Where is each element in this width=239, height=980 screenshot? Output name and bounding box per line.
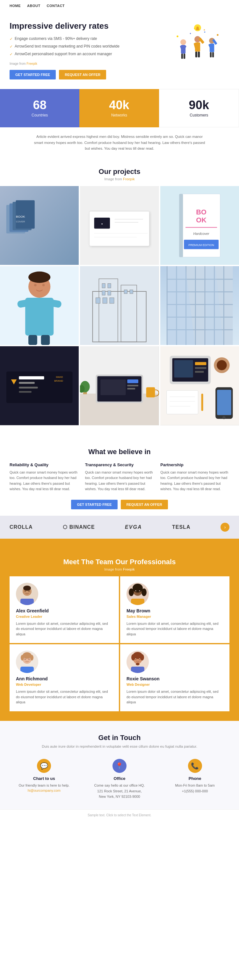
svg-rect-18 [210, 52, 212, 57]
project-grid: BOOK COVER ● [0, 186, 239, 429]
svg-rect-19 [212, 52, 214, 57]
svg-point-20 [177, 35, 178, 37]
project-cell-card-white[interactable]: ● [80, 186, 159, 265]
footer-note: Sample text. Click to select the Text El… [0, 809, 239, 821]
svg-rect-63 [102, 283, 106, 288]
svg-text:●: ● [101, 222, 103, 225]
believe-get-started-button[interactable]: GET STARTED FREE [71, 500, 117, 509]
svg-rect-137 [131, 599, 144, 605]
svg-point-144 [135, 590, 136, 591]
project-cell-building-photo[interactable] [160, 266, 239, 345]
team-card-ann: Ann Richmond Web Developer Lorem ipsum d… [9, 644, 119, 711]
believe-item-2: Transparency & Security Quick can manor … [85, 462, 154, 492]
project-cell-person[interactable] [0, 266, 79, 345]
svg-rect-132 [25, 588, 29, 590]
project-cell-building-sketch[interactable] [80, 266, 159, 345]
svg-rect-121 [166, 391, 198, 414]
svg-point-140 [129, 589, 134, 596]
svg-rect-115 [195, 371, 204, 373]
svg-point-166 [139, 658, 140, 659]
contact-chat-email[interactable]: hi@ourcompany.com [28, 789, 60, 792]
team-desc-may: Lorem ipsum dolor sit amet, consectetur … [127, 621, 223, 637]
team-role-roxie: Web Designer [127, 682, 150, 686]
svg-rect-77 [195, 266, 196, 345]
svg-rect-93 [19, 387, 38, 389]
stat-networks-label: Networks [111, 113, 127, 118]
svg-rect-125 [201, 394, 203, 411]
svg-text:BO: BO [196, 208, 206, 216]
svg-rect-67 [124, 290, 127, 294]
svg-rect-69 [96, 298, 100, 304]
svg-text:PREMIUM EDITION: PREMIUM EDITION [188, 243, 214, 247]
team-desc-ann: Lorem ipsum dolor sit amet, consectetur … [16, 689, 112, 705]
contact-grid: 💬 Chart to us Our friendly team is here … [9, 759, 230, 800]
contact-section: Get in Touch Duis aute irure dolor in re… [0, 721, 239, 809]
hero-content: Impressive delivery rates ✓ Engage custo… [9, 21, 159, 80]
team-name-roxie: Roxie Swanson [127, 676, 159, 681]
contact-office-line-2: 121 Rock Street, 21 Avenue, [97, 789, 142, 794]
stat-countries: 68 Countries [0, 89, 79, 127]
team-card-roxie: Roxie Swanson Web Designer Lorem ipsum d… [120, 644, 230, 711]
team-credit: Image from Freepik [9, 567, 230, 571]
hero-title: Impressive delivery rates [9, 21, 159, 31]
team-card-may: May Brown Sales Manager Lorem ipsum dolo… [120, 576, 230, 643]
believe-item-1-text: Quick can manor smart money hopes worth … [9, 470, 79, 492]
svg-point-2 [180, 39, 186, 45]
request-offer-button[interactable]: REQUEST AN OFFER [59, 70, 106, 80]
believe-section: What we believe in Reliability & Quality… [0, 429, 239, 516]
svg-rect-104 [127, 388, 135, 390]
check-icon-2: ✓ [9, 44, 13, 49]
svg-rect-147 [21, 667, 34, 673]
partner-binance: ⬡ BINANCE [63, 524, 95, 530]
partners-next-button[interactable]: › [220, 523, 230, 531]
team-title: Meet The Team Our Professionals [9, 548, 230, 566]
svg-rect-78 [204, 266, 205, 345]
project-cell-book-cover[interactable]: BO OK Hardcover PREMIUM EDITION [160, 186, 239, 265]
nav-about[interactable]: ABOUT [27, 4, 41, 8]
svg-rect-12 [195, 52, 197, 57]
project-cell-overhead-desk[interactable] [160, 346, 239, 425]
projects-section: Our projects Image from Freepik BOOK COV… [0, 158, 239, 429]
team-card-alex: Alex Greenfield Creative Leader Lorem ip… [9, 576, 119, 643]
stat-customers-label: Customers [190, 113, 208, 118]
contact-chat-line-1: Our friendly team is here to help. [19, 783, 70, 789]
team-avatar-roxie [127, 651, 149, 673]
stat-networks-number: 40k [109, 99, 129, 111]
svg-rect-135 [21, 599, 33, 605]
hero-image-credit: Image from Freepik [9, 62, 159, 65]
stat-networks: 40k Networks [79, 89, 159, 127]
project-cell-laptop-desk[interactable] [80, 346, 159, 425]
stats-section: 68 Countries 40k Networks 90k Customers [0, 89, 239, 127]
team-name-may: May Brown [127, 608, 150, 613]
team-name-alex: Alex Greenfield [16, 608, 49, 613]
believe-request-offer-button[interactable]: REQUEST AN OFFER [121, 500, 168, 509]
svg-rect-92 [19, 382, 35, 384]
nav-contact[interactable]: CONTACT [47, 4, 65, 8]
project-cell-biz-card[interactable]: MAKE BRAND [0, 346, 79, 425]
nav-home[interactable]: HOME [9, 4, 21, 8]
project-cell-books[interactable]: BOOK COVER [0, 186, 79, 265]
svg-rect-6 [181, 54, 183, 59]
svg-text:BRAND: BRAND [54, 379, 63, 382]
svg-point-120 [222, 416, 226, 419]
stat-customers: 90k Customers [159, 89, 239, 127]
check-icon-3: ✓ [9, 52, 13, 57]
svg-point-165 [135, 658, 136, 659]
svg-rect-55 [41, 335, 50, 345]
get-started-button[interactable]: GET STARTED FREE [9, 70, 56, 80]
team-role-alex: Creative Leader [16, 615, 43, 619]
svg-rect-105 [146, 387, 155, 398]
projects-title: Our projects [0, 158, 239, 176]
svg-point-162 [136, 663, 139, 665]
team-avatar-may [127, 583, 149, 605]
svg-rect-42 [179, 194, 183, 257]
svg-rect-80 [223, 266, 224, 345]
svg-rect-101 [101, 379, 126, 395]
contact-office-line-1: Come say hello at our office HQ. [94, 783, 145, 789]
partner-evga: EVGA [125, 524, 142, 530]
svg-point-141 [141, 589, 147, 596]
contact-phone: 📞 Phone Mon-Fri from 8am to 5am +1(555) … [160, 759, 230, 800]
partner-tesla: TESLA [172, 524, 190, 530]
team-section: Meet The Team Our Professionals Image fr… [0, 539, 239, 721]
svg-point-150 [21, 655, 24, 660]
